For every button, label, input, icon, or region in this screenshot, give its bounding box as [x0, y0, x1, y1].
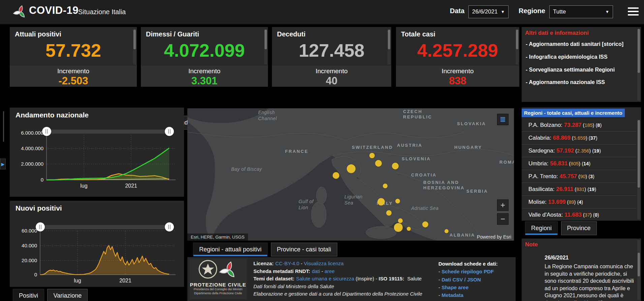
card-title: Dimessi / Guariti: [146, 30, 199, 38]
tab-positivi[interactable]: Positivi: [13, 289, 44, 301]
stat-card: Attuali positivi 57.732 Incremento -2.50…: [10, 27, 137, 87]
region-row: Molise: 13.699 (89) (4): [522, 196, 636, 209]
region-row: P.A. Bolzano: 73.287 (185) (8): [522, 119, 636, 132]
scrollbar[interactable]: [516, 29, 519, 64]
sidebar-info-link[interactable]: - Aggiornamento nazionale ISS: [526, 73, 632, 86]
slider-handle-left[interactable]: [36, 222, 45, 231]
map-marker[interactable]: [369, 153, 375, 158]
download-title: Download schede e dati:: [438, 260, 514, 268]
org-name: PROTEZIONE CIVILE: [189, 282, 247, 288]
map-zoom-in-button[interactable]: +: [497, 199, 509, 211]
map-marker[interactable]: [375, 160, 382, 167]
scrollbar[interactable]: [637, 119, 640, 219]
region-row: Umbria: 56.831 (805) (14): [522, 157, 636, 170]
time-range-slider[interactable]: [47, 130, 169, 134]
separator: (Inspire) -: [354, 276, 379, 281]
note-date: 26/6/2021: [545, 255, 569, 261]
region-row: Calabria: 68.869 (5.659) (37): [522, 132, 636, 144]
andamento-nazionale-chart: 6.000.0004.000.0002.000.0000lug2021: [10, 108, 184, 197]
map-marker[interactable]: [407, 227, 411, 231]
map-label: SLOVENIA: [402, 156, 431, 162]
download-link[interactable]: Dati CSV / JSON: [441, 277, 481, 282]
svg-text:40.000: 40.000: [22, 243, 37, 248]
svg-text:2021: 2021: [125, 183, 137, 189]
scrollbar[interactable]: [637, 28, 640, 101]
region-row: P.A. Trento: 45.757 (90) (3): [522, 170, 636, 183]
download-link[interactable]: Schede riepilogo PDF: [441, 269, 494, 274]
stat-card: Deceduti 127.458 Incremento 40: [272, 27, 391, 87]
map-marker[interactable]: [398, 218, 403, 223]
card-dimessi-guariti: Dimessi / Guariti 4.072.099 Incremento 3…: [141, 27, 268, 87]
slider-handle-right[interactable]: [165, 222, 174, 231]
tab-province-casi-totali[interactable]: Province - casi totali: [271, 243, 337, 256]
slider-handle-left[interactable]: [42, 127, 51, 136]
sidebar-info-link[interactable]: - Infografica epidemiologica ISS: [526, 48, 632, 61]
date-select-value: 26/6/2021: [472, 8, 498, 15]
org-line1: Presidenza del Consiglio dei Ministri: [189, 288, 247, 292]
region-province-tabs: Regioni Province: [525, 221, 599, 235]
map-label: FRANCE: [285, 149, 308, 154]
scrollbar[interactable]: [637, 240, 640, 300]
map-marker[interactable]: [392, 163, 399, 169]
emblem-and-logo-icon: [193, 259, 243, 280]
view-license-link[interactable]: Visualizza licenza: [304, 261, 344, 266]
sidebar-info-link[interactable]: - Sorveglianza settimanale Regioni: [526, 61, 632, 74]
license-link[interactable]: CC-BY-4.0: [275, 261, 299, 266]
download-link[interactable]: Shape aree: [441, 284, 468, 290]
salute-link[interactable]: Salute umana e sicurezza: [296, 276, 354, 281]
europe-map[interactable]: EnglishChannelCZECHREPUBLICSLOVAKIAFRANC…: [187, 108, 514, 241]
card-attuali-positivi: Attuali positivi 57.732 Incremento -2.50…: [10, 27, 137, 87]
map-marker[interactable]: [333, 172, 339, 179]
map-zoom-out-button[interactable]: −: [497, 213, 509, 225]
map-marker[interactable]: [383, 184, 388, 188]
map-label: HUNGARY: [454, 145, 482, 150]
map-marker[interactable]: [395, 199, 400, 203]
time-range-slider[interactable]: [40, 225, 169, 229]
download-row: - Shape aree: [438, 283, 514, 291]
expand-sidebar-button[interactable]: ▶: [0, 159, 6, 169]
scrollbar[interactable]: [388, 29, 391, 64]
tab-variazione[interactable]: Variazione: [47, 289, 88, 301]
svg-text:60.000: 60.000: [22, 228, 37, 234]
increment-label: Incremento: [141, 67, 268, 75]
metadata-label: Scheda metadati RNDT:: [253, 268, 310, 274]
map-legend-button[interactable]: ≣: [497, 114, 509, 125]
map-marker[interactable]: [377, 198, 385, 206]
hamburger-menu-icon[interactable]: [628, 7, 639, 16]
themes-row: Temi del dataset:Salute umana e sicurezz…: [253, 275, 442, 283]
region-select[interactable]: Tutte ▼: [549, 5, 613, 18]
note-text: La Regione Campania comunica che in segu…: [545, 263, 635, 301]
tab-regioni[interactable]: Regioni: [525, 221, 558, 235]
region-row: Sardegna: 57.192 (2.356) (19): [522, 144, 636, 157]
map-marker[interactable]: [347, 164, 356, 173]
slider-handle-right[interactable]: [165, 127, 174, 136]
legend-list-icon: ≣: [500, 116, 506, 123]
org-line2: Dipartimento della Protezione Civile: [189, 292, 247, 296]
stat-card: Dimessi / Guariti 4.072.099 Incremento 3…: [141, 27, 268, 87]
card-value: 4.257.289: [396, 40, 519, 61]
dati-link[interactable]: dati: [312, 268, 320, 274]
date-select[interactable]: 26/6/2021 ▼: [468, 5, 509, 18]
protezione-civile-logo-block: PROTEZIONE CIVILE Presidenza del Consigl…: [189, 259, 247, 299]
download-link[interactable]: Metadata: [441, 292, 463, 298]
map-marker[interactable]: [422, 221, 428, 227]
dataset-info: Licenza:CC-BY-4.0 - Visualizza licenza S…: [253, 260, 442, 298]
sidebar-info-link[interactable]: - Aggiornamento dati sanitari [storico]: [526, 35, 632, 48]
map-marker[interactable]: [386, 210, 392, 216]
map-label: LigurianSea: [344, 194, 363, 206]
map-marker[interactable]: [394, 223, 403, 232]
app-title: COVID-19: [29, 4, 79, 17]
footer: PROTEZIONE CIVILE Presidenza del Consigl…: [187, 257, 516, 301]
tab-province[interactable]: Province: [561, 221, 597, 235]
scrollbar[interactable]: [133, 29, 136, 64]
svg-text:6.000.000: 6.000.000: [21, 130, 43, 136]
aree-link[interactable]: aree: [325, 268, 335, 274]
increment-label: Incremento: [10, 67, 137, 75]
scrollbar[interactable]: [264, 29, 267, 64]
chevron-down-icon: ▼: [605, 9, 609, 14]
map-label: Gulf ofLion: [299, 199, 314, 211]
card-value: 57.732: [10, 40, 137, 61]
increment-label: Incremento: [272, 67, 391, 75]
map-marker[interactable]: [444, 229, 449, 233]
tab-regioni-attuali-positivi[interactable]: Regioni - attuali positivi: [193, 243, 268, 256]
